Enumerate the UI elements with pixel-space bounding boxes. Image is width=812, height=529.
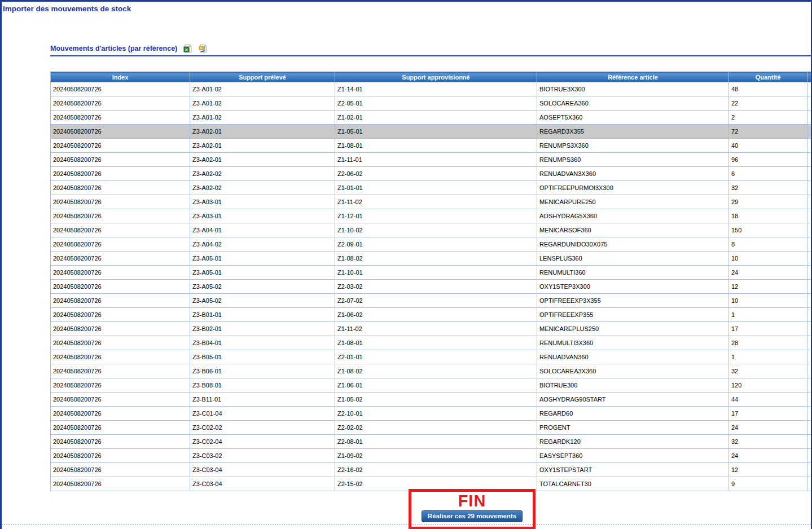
table-row[interactable]: 20240508200726Z3-A02-02Z2-06-02RENUADVAN… <box>51 167 812 181</box>
table-row[interactable]: 20240508200726Z3-A03-01Z1-12-01AOSHYDRAG… <box>51 209 812 223</box>
fin-label: FIN <box>411 492 533 510</box>
table-cell: 9 <box>729 477 807 491</box>
table-row[interactable]: 20240508200726Z3-B06-01Z1-08-02SOLOCAREA… <box>51 364 812 378</box>
data-export-icon[interactable] <box>199 44 208 53</box>
table-cell: Z3-A03-01 <box>190 195 335 209</box>
table-cell-overflow <box>807 477 812 491</box>
table-cell: Z1-12-01 <box>335 209 537 223</box>
table-row[interactable]: 20240508200726Z3-C03-02Z1-09-02EASYSEPT3… <box>51 449 812 463</box>
excel-export-icon[interactable]: X <box>183 44 192 53</box>
table-row[interactable]: 20240508200726Z3-A02-01Z1-05-01REGARD3X3… <box>51 125 812 139</box>
table-row[interactable]: 20240508200726Z3-C02-02Z2-02-02PROGENT24 <box>51 421 812 435</box>
table-cell: Z1-14-01 <box>335 82 537 96</box>
table-cell-overflow <box>807 308 812 322</box>
table-cell-overflow <box>807 209 812 223</box>
table-cell: 1 <box>729 308 807 322</box>
table-cell: Z2-06-02 <box>335 167 537 181</box>
table-cell: 17 <box>729 322 807 336</box>
table-cell: Z3-A05-01 <box>190 252 335 266</box>
table-cell: Z1-08-01 <box>335 336 537 350</box>
table-cell: OXY1STEP3X300 <box>537 280 729 294</box>
table-cell: 20240508200726 <box>51 322 190 336</box>
table-row[interactable]: 20240508200726Z3-A01-02Z1-14-01BIOTRUE3X… <box>51 82 812 96</box>
table-cell-overflow <box>807 364 812 378</box>
table-row[interactable]: 20240508200726Z3-B05-01Z2-01-01RENUADVAN… <box>51 350 812 364</box>
table-cell: 8 <box>729 237 807 252</box>
table-cell: AOSHYDRAG5X360 <box>537 209 729 223</box>
table-cell-overflow <box>807 111 812 125</box>
table-cell-overflow <box>807 82 812 96</box>
table-cell: Z1-05-02 <box>335 393 537 407</box>
table-cell: Z2-08-01 <box>335 435 537 449</box>
column-header-overflow <box>807 72 812 82</box>
table-cell-overflow <box>807 407 812 421</box>
table-cell: Z1-05-01 <box>335 125 537 139</box>
table-cell: 20240508200726 <box>51 111 190 125</box>
table-cell: Z1-08-02 <box>335 252 537 266</box>
table-cell: REGARDK120 <box>537 435 729 449</box>
table-row[interactable]: 20240508200726Z3-A02-01Z1-08-01RENUMPS3X… <box>51 139 812 153</box>
table-cell-overflow <box>807 96 812 111</box>
table-row[interactable]: 20240508200726Z3-A05-02Z2-07-02OPTIFREEE… <box>51 294 812 308</box>
table-row[interactable]: 20240508200726Z3-A01-02Z1-02-01AOSEPT5X3… <box>51 111 812 125</box>
table-cell: 24 <box>729 266 807 280</box>
table-row[interactable]: 20240508200726Z3-B04-01Z1-08-01RENUMULTI… <box>51 336 812 350</box>
table-cell: Z3-C02-04 <box>190 435 335 449</box>
table-cell: 20240508200726 <box>51 266 190 280</box>
table-cell-overflow <box>807 125 812 139</box>
table-row[interactable]: 20240508200726Z3-A02-01Z1-11-01RENUMPS36… <box>51 153 812 167</box>
table-cell: 20240508200726 <box>51 294 190 308</box>
table-cell-overflow <box>807 463 812 477</box>
table-cell: MENICAREPLUS250 <box>537 322 729 336</box>
table-row[interactable]: 20240508200726Z3-A03-01Z1-11-02MENICARPU… <box>51 195 812 209</box>
table-cell: 20240508200726 <box>51 195 190 209</box>
table-row[interactable]: 20240508200726Z3-C03-04Z2-16-02OXY1STEPS… <box>51 463 812 477</box>
table-row[interactable]: 20240508200726Z3-A05-02Z2-03-02OXY1STEP3… <box>51 280 812 294</box>
table-row[interactable]: 20240508200726Z3-A04-01Z1-10-02MENICARSO… <box>51 223 812 237</box>
table-row[interactable]: 20240508200726Z3-A01-02Z2-05-01SOLOCAREA… <box>51 96 812 111</box>
table-cell: Z1-09-02 <box>335 449 537 463</box>
table-cell: Z1-06-02 <box>335 308 537 322</box>
table-cell: 20240508200726 <box>51 280 190 294</box>
table-cell: Z3-B04-01 <box>190 336 335 350</box>
table-row[interactable]: 20240508200726Z3-C01-04Z2-10-01REGARD601… <box>51 407 812 421</box>
table-cell: BIOTRUE300 <box>537 378 729 393</box>
page-break-dotted-line <box>2 524 811 525</box>
table-cell: Z3-A02-01 <box>190 139 335 153</box>
table-cell: 20240508200726 <box>51 153 190 167</box>
table-cell: 20240508200726 <box>51 463 190 477</box>
table-row[interactable]: 20240508200726Z3-A05-01Z1-10-01RENUMULTI… <box>51 266 812 280</box>
table-cell: RENUADVAN3X360 <box>537 167 729 181</box>
table-cell: Z3-A02-02 <box>190 167 335 181</box>
header-row: IndexSupport prélevéSupport approvisionn… <box>51 72 812 82</box>
table-cell: MENICARSOF360 <box>537 223 729 237</box>
table-cell: 120 <box>729 378 807 393</box>
table-row[interactable]: 20240508200726Z3-A02-02Z1-01-01OPTIFREEP… <box>51 181 812 195</box>
table-cell: 96 <box>729 153 807 167</box>
table-row[interactable]: 20240508200726Z3-B01-01Z1-06-02OPTIFREEE… <box>51 308 812 322</box>
table-cell: 20240508200726 <box>51 209 190 223</box>
page: Importer des mouvements de stock Mouveme… <box>0 0 812 529</box>
table-row[interactable]: 20240508200726Z3-A05-01Z1-08-02LENSPLUS3… <box>51 252 812 266</box>
table-cell: Z3-C03-04 <box>190 477 335 491</box>
table-row[interactable]: 20240508200726Z3-C02-04Z2-08-01REGARDK12… <box>51 435 812 449</box>
table-cell: 20240508200726 <box>51 308 190 322</box>
column-header-3: Support approvisionné <box>335 72 537 82</box>
table-row[interactable]: 20240508200726Z3-A04-02Z2-09-01REGARDUNI… <box>51 237 812 252</box>
table-cell-overflow <box>807 435 812 449</box>
table-cell: 12 <box>729 280 807 294</box>
realize-movements-button[interactable]: Réaliser ces 29 mouvements <box>422 510 523 522</box>
table-cell: Z3-B01-01 <box>190 308 335 322</box>
table-row[interactable]: 20240508200726Z3-B08-01Z1-06-01BIOTRUE30… <box>51 378 812 393</box>
table-cell: 6 <box>729 167 807 181</box>
table-cell: 20240508200726 <box>51 350 190 364</box>
table-cell: Z1-11-01 <box>335 153 537 167</box>
table-row[interactable]: 20240508200726Z3-B11-01Z1-05-02AOSHYDRAG… <box>51 393 812 407</box>
table-cell: 17 <box>729 407 807 421</box>
table-row[interactable]: 20240508200726Z3-B02-01Z1-11-02MENICAREP… <box>51 322 812 336</box>
table-cell: TOTALCARNET30 <box>537 477 729 491</box>
table-cell: LENSPLUS360 <box>537 252 729 266</box>
table-cell: 2 <box>729 111 807 125</box>
table-cell: SOLOCAREA3X360 <box>537 364 729 378</box>
table-cell: 24 <box>729 421 807 435</box>
